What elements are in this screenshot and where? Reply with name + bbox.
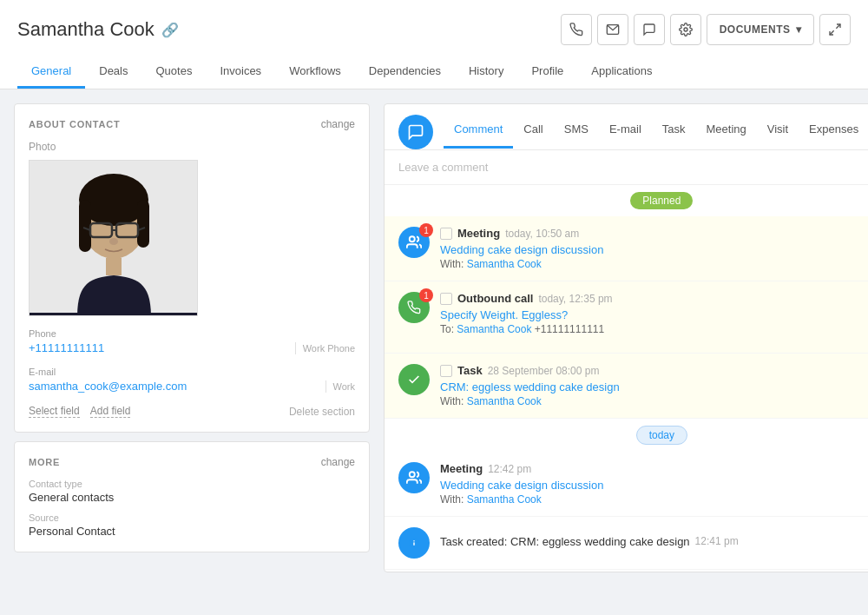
call-link[interactable]: Samantha Cook — [457, 323, 531, 335]
meeting-today-link[interactable]: Samantha Cook — [467, 493, 542, 506]
phone-label: Phone — [29, 328, 355, 339]
badge-1: 1 — [419, 223, 433, 237]
activity-tab-comment[interactable]: Comment — [444, 116, 513, 149]
meeting-checkbox[interactable] — [440, 228, 452, 240]
about-contact-section: ABOUT CONTACT change Photo — [14, 103, 370, 433]
more-section-header: MORE change — [29, 456, 355, 468]
email-tag: Work — [333, 381, 355, 392]
meeting-sub: With: Samantha Cook — [440, 258, 868, 270]
task-checkbox[interactable] — [440, 365, 452, 377]
comment-tab-icon — [398, 115, 433, 149]
about-section-header: ABOUT CONTACT change — [29, 118, 355, 130]
contact-type-label: Contact type — [29, 479, 355, 489]
more-change-link[interactable]: change — [321, 456, 355, 468]
timeline-item: Meeting 12:42 pm Wedding cake design dis… — [385, 452, 868, 517]
activity-tab-expenses[interactable]: Expenses — [799, 116, 868, 149]
about-section-title: ABOUT CONTACT — [29, 119, 121, 129]
svg-rect-15 — [106, 258, 122, 275]
call-type: Outbound call — [457, 292, 533, 305]
chat-button[interactable] — [634, 14, 665, 45]
settings-button[interactable] — [670, 14, 701, 45]
tab-deals[interactable]: Deals — [85, 56, 141, 89]
timeline-item: Task created: CRM: eggless wedding cake … — [385, 517, 868, 570]
tab-quotes[interactable]: Quotes — [142, 56, 207, 89]
phone-value[interactable]: +11111111111 — [29, 341, 104, 354]
activity-tab-call[interactable]: Call — [513, 116, 553, 149]
expand-button[interactable] — [819, 14, 851, 45]
activity-tab-sms[interactable]: SMS — [554, 116, 599, 149]
info-dot — [398, 527, 430, 559]
email-value[interactable]: samantha_cook@example.com — [29, 380, 187, 393]
header-top: Samantha Cook 🔗 DOCUMENTS ▾ — [17, 14, 851, 45]
svg-point-17 — [410, 236, 415, 241]
svg-line-3 — [830, 30, 834, 35]
tab-invoices[interactable]: Invoices — [206, 56, 275, 89]
meeting-today-content: Meeting 12:42 pm Wedding cake design dis… — [440, 462, 868, 506]
call-checkbox[interactable] — [440, 293, 452, 305]
tab-applications[interactable]: Applications — [577, 56, 666, 89]
email-button[interactable] — [597, 14, 628, 45]
phone-button[interactable] — [561, 14, 592, 45]
meeting-header: Meeting today, 10:50 am — [440, 227, 868, 240]
activity-tab-email[interactable]: E-mail — [599, 116, 652, 149]
select-field-link[interactable]: Select field — [29, 405, 80, 418]
activity-tab-visit[interactable]: Visit — [757, 116, 799, 149]
email-field-row: E-mail samantha_cook@example.com Work — [29, 367, 355, 393]
call-title[interactable]: Specify Weight. Eggless? — [440, 308, 868, 321]
activity-tabs-bar: Comment Call SMS E-mail Task Meeting Vis… — [385, 104, 868, 150]
tab-dependencies[interactable]: Dependencies — [355, 56, 455, 89]
activity-tab-task[interactable]: Task — [652, 116, 696, 149]
section-actions: Select field Add field Delete section — [29, 405, 355, 418]
meeting-content: Meeting today, 10:50 am Wedding cake des… — [440, 227, 868, 270]
task-header: Task 28 September 08:00 pm — [440, 364, 868, 377]
email-with-tag: samantha_cook@example.com Work — [29, 380, 355, 393]
activity-tab-meeting[interactable]: Meeting — [696, 116, 757, 149]
timeline: Planned 1 Meeting today, 10:50 am Weddin… — [385, 185, 868, 570]
task-link[interactable]: Samantha Cook — [467, 395, 542, 407]
task-type: Task — [457, 364, 483, 377]
documents-button[interactable]: DOCUMENTS ▾ — [707, 14, 814, 45]
task-created-content: Task created: CRM: eggless wedding cake … — [440, 535, 868, 552]
tab-workflows[interactable]: Workflows — [275, 56, 355, 89]
meeting-today-dot — [398, 462, 430, 493]
meeting-today-type: Meeting — [440, 462, 483, 475]
timeline-item: 1 Meeting today, 10:50 am Wedding cake d… — [385, 216, 868, 281]
tab-profile[interactable]: Profile — [517, 56, 577, 89]
meeting-today-title[interactable]: Wedding cake design discussion — [440, 479, 868, 492]
source-value: Personal Contact — [29, 525, 355, 538]
right-panel: Comment Call SMS E-mail Task Meeting Vis… — [384, 103, 868, 572]
planned-badge: Planned — [630, 192, 693, 209]
tab-general[interactable]: General — [17, 56, 85, 89]
delete-section-link[interactable]: Delete section — [289, 406, 355, 418]
meeting-time: today, 10:50 am — [505, 228, 579, 240]
task-created-header: Task created: CRM: eggless wedding cake … — [440, 535, 868, 548]
call-sub: To: Samantha Cook +11111111111 — [440, 323, 868, 335]
email-label: E-mail — [29, 367, 355, 377]
meeting-link[interactable]: Samantha Cook — [467, 258, 542, 270]
svg-rect-8 — [137, 200, 149, 248]
meeting-title[interactable]: Wedding cake design discussion — [440, 243, 868, 256]
svg-point-18 — [410, 472, 415, 477]
contact-photo — [29, 160, 198, 316]
timeline-item: 1 Outbound call today, 12:35 pm Specify … — [385, 281, 868, 354]
source-row: Source Personal Contact — [29, 512, 355, 538]
tab-history[interactable]: History — [455, 56, 517, 89]
meeting-today-time: 12:42 pm — [488, 463, 531, 475]
source-label: Source — [29, 512, 355, 523]
add-field-link[interactable]: Add field — [90, 405, 131, 418]
badge-call: 1 — [419, 288, 433, 302]
call-dot: 1 — [398, 292, 430, 323]
today-badge: today — [636, 426, 687, 445]
contact-type-row: Contact type General contacts — [29, 479, 355, 504]
about-change-link[interactable]: change — [321, 118, 355, 130]
task-title[interactable]: CRM: eggless wedding cake design — [440, 380, 868, 393]
svg-point-1 — [684, 28, 687, 31]
documents-arrow: ▾ — [796, 23, 802, 36]
header-actions: DOCUMENTS ▾ — [561, 14, 851, 45]
svg-point-14 — [109, 238, 118, 245]
more-section: MORE change Contact type General contact… — [14, 441, 370, 552]
call-content: Outbound call today, 12:35 pm Specify We… — [440, 292, 868, 335]
more-section-title: MORE — [29, 457, 60, 467]
task-content: Task 28 September 08:00 pm CRM: eggless … — [440, 364, 868, 407]
comment-input[interactable]: Leave a comment — [398, 161, 868, 174]
